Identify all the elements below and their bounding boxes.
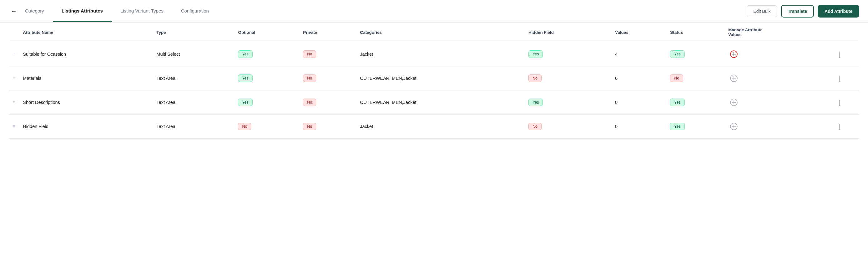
hidden-field-badge: Yes bbox=[525, 42, 611, 66]
col-header-categories: Categories bbox=[356, 23, 525, 42]
private-badge: No bbox=[299, 90, 356, 115]
nav-tab-listings-attributes[interactable]: Listings Attributes bbox=[53, 1, 112, 22]
optional-badge: Yes bbox=[234, 90, 299, 115]
attribute-type: Multi Select bbox=[153, 42, 234, 66]
col-header-hidden-field: Hidden Field bbox=[525, 23, 611, 42]
optional-badge: No bbox=[234, 115, 299, 139]
col-header-values: Values bbox=[611, 23, 666, 42]
values-count: 0 bbox=[611, 90, 666, 115]
private-badge: No bbox=[299, 66, 356, 90]
col-header-drag bbox=[9, 23, 19, 42]
categories: Jacket bbox=[356, 115, 525, 139]
manage-attribute-values[interactable] bbox=[724, 115, 835, 139]
attribute-type: Text Area bbox=[153, 90, 234, 115]
drag-handle[interactable]: ≡ bbox=[9, 90, 19, 115]
manage-attribute-values[interactable] bbox=[724, 42, 835, 66]
edit-bulk-button[interactable]: Edit Bulk bbox=[747, 5, 777, 17]
header-actions: Edit Bulk Translate Add Attribute bbox=[747, 5, 859, 18]
attribute-name: Hidden Field bbox=[19, 115, 153, 139]
action-bracket-icon[interactable]: [ bbox=[839, 75, 840, 82]
private-badge: No bbox=[299, 115, 356, 139]
table-body: ≡Suitable for OcassionMulti SelectYesNoJ… bbox=[9, 42, 859, 139]
row-action[interactable]: [ bbox=[835, 42, 859, 66]
nav-tab-category[interactable]: Category bbox=[25, 1, 53, 22]
status-badge: Yes bbox=[666, 90, 724, 115]
optional-badge: Yes bbox=[234, 42, 299, 66]
table-header: Attribute NameTypeOptionalPrivateCategor… bbox=[9, 23, 859, 42]
action-bracket-icon[interactable]: [ bbox=[839, 51, 840, 58]
attribute-type: Text Area bbox=[153, 115, 234, 139]
row-action[interactable]: [ bbox=[835, 66, 859, 90]
values-count: 4 bbox=[611, 42, 666, 66]
drag-handle[interactable]: ≡ bbox=[9, 42, 19, 66]
translate-button[interactable]: Translate bbox=[781, 5, 814, 18]
col-header-private: Private bbox=[299, 23, 356, 42]
drag-handle[interactable]: ≡ bbox=[9, 115, 19, 139]
hidden-field-badge: No bbox=[525, 66, 611, 90]
private-badge: No bbox=[299, 42, 356, 66]
row-action[interactable]: [ bbox=[835, 115, 859, 139]
manage-attribute-values[interactable] bbox=[724, 90, 835, 115]
top-navigation: ← CategoryListings AttributesListing Var… bbox=[0, 0, 868, 23]
values-count: 0 bbox=[611, 115, 666, 139]
status-badge: No bbox=[666, 66, 724, 90]
attribute-name: Suitable for Ocassion bbox=[19, 42, 153, 66]
row-action[interactable]: [ bbox=[835, 90, 859, 115]
categories: OUTERWEAR, MEN,Jacket bbox=[356, 90, 525, 115]
drag-handle[interactable]: ≡ bbox=[9, 66, 19, 90]
attribute-name: Short Descriptions bbox=[19, 90, 153, 115]
col-header-status: Status bbox=[666, 23, 724, 42]
status-badge: Yes bbox=[666, 42, 724, 66]
col-header-manage-attribute-values: Manage AttributeValues bbox=[724, 23, 835, 42]
action-bracket-icon[interactable]: [ bbox=[839, 123, 840, 130]
table-row: ≡Suitable for OcassionMulti SelectYesNoJ… bbox=[9, 42, 859, 66]
add-values-icon[interactable] bbox=[728, 121, 740, 132]
values-count: 0 bbox=[611, 66, 666, 90]
categories: Jacket bbox=[356, 42, 525, 66]
hidden-field-badge: No bbox=[525, 115, 611, 139]
add-values-icon[interactable] bbox=[728, 73, 740, 84]
col-header-optional: Optional bbox=[234, 23, 299, 42]
optional-badge: Yes bbox=[234, 66, 299, 90]
status-badge: Yes bbox=[666, 115, 724, 139]
table-row: ≡Hidden FieldText AreaNoNoJacketNo0Yes [ bbox=[9, 115, 859, 139]
manage-attribute-values[interactable] bbox=[724, 66, 835, 90]
add-attribute-button[interactable]: Add Attribute bbox=[818, 5, 859, 18]
nav-tab-listing-variant-types[interactable]: Listing Variant Types bbox=[112, 1, 172, 22]
nav-tabs: CategoryListings AttributesListing Varia… bbox=[25, 1, 747, 22]
back-button[interactable]: ← bbox=[9, 6, 19, 17]
categories: OUTERWEAR, MEN,Jacket bbox=[356, 66, 525, 90]
table-row: ≡Short DescriptionsText AreaYesNoOUTERWE… bbox=[9, 90, 859, 115]
hidden-field-badge: Yes bbox=[525, 90, 611, 115]
nav-tab-configuration[interactable]: Configuration bbox=[172, 1, 218, 22]
col-header-attribute-name: Attribute Name bbox=[19, 23, 153, 42]
action-bracket-icon[interactable]: [ bbox=[839, 99, 840, 106]
col-header-action bbox=[835, 23, 859, 42]
attribute-type: Text Area bbox=[153, 66, 234, 90]
attribute-name: Materials bbox=[19, 66, 153, 90]
add-values-icon[interactable] bbox=[728, 97, 740, 108]
col-header-type: Type bbox=[153, 23, 234, 42]
add-values-icon[interactable] bbox=[728, 49, 740, 60]
table-container: Attribute NameTypeOptionalPrivateCategor… bbox=[0, 23, 868, 139]
table-row: ≡MaterialsText AreaYesNoOUTERWEAR, MEN,J… bbox=[9, 66, 859, 90]
attributes-table: Attribute NameTypeOptionalPrivateCategor… bbox=[9, 23, 859, 139]
